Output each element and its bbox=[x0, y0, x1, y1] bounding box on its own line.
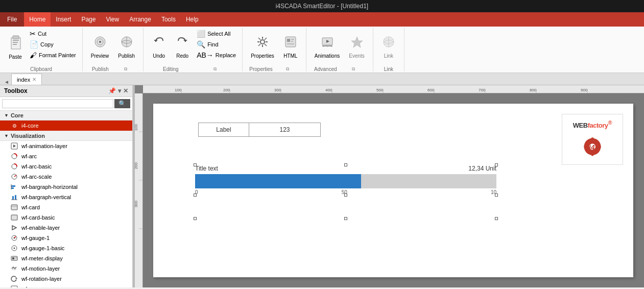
empty-handle-tc[interactable] bbox=[344, 217, 347, 220]
handle-bl[interactable] bbox=[194, 194, 197, 197]
svg-rect-0 bbox=[11, 38, 20, 49]
tab-index[interactable]: index ✕ bbox=[11, 74, 42, 85]
svg-point-12 bbox=[260, 40, 265, 44]
toolbox-item-wf-animation-layer[interactable]: wf-animation-layer bbox=[0, 141, 132, 151]
core-section-arrow: ▼ bbox=[4, 113, 9, 118]
wf-meter-display-label: wf-meter-display bbox=[21, 255, 63, 261]
undo-label: Undo bbox=[153, 53, 165, 59]
svg-text:300: 300 bbox=[135, 200, 138, 207]
svg-text:i4: i4 bbox=[589, 144, 595, 152]
wf-animation-layer-label: wf-animation-layer bbox=[21, 143, 67, 149]
toolbox-item-wf-gauge-1[interactable]: wf-gauge-1 bbox=[0, 233, 132, 243]
redo-button[interactable]: Redo bbox=[171, 29, 194, 65]
properties-group-label: Properties ⧉ bbox=[247, 66, 302, 72]
copy-button[interactable]: 📄 Copy bbox=[28, 39, 78, 50]
bargraph-element[interactable]: Title text 12,34 Unit 0 50 10 bbox=[195, 165, 496, 195]
handle-tc[interactable] bbox=[344, 163, 347, 166]
select-all-icon: ⬜ bbox=[197, 30, 205, 38]
toolbox-item-wf-sensor[interactable]: wf-sensor bbox=[0, 284, 132, 287]
toolbox-search-button[interactable]: 🔍 bbox=[114, 99, 130, 108]
toolbox-menu-icon[interactable]: ▾ bbox=[118, 87, 121, 94]
tab-index-label: index bbox=[17, 77, 30, 83]
svg-text:100: 100 bbox=[175, 88, 182, 92]
empty-handle-tr[interactable] bbox=[495, 217, 498, 220]
bargraph-track[interactable] bbox=[195, 174, 496, 188]
wf-rotation-layer-icon bbox=[10, 275, 18, 283]
properties-button[interactable]: Properties bbox=[247, 29, 278, 65]
canvas-page[interactable]: Label 123 WEBfactory® bbox=[153, 104, 633, 277]
wf-rotation-layer-label: wf-rotation-layer bbox=[21, 276, 62, 282]
toolbox-item-wf-motion-layer[interactable]: wf-motion-layer bbox=[0, 263, 132, 274]
paste-button[interactable]: Paste bbox=[4, 29, 27, 65]
tab-index-close[interactable]: ✕ bbox=[32, 77, 36, 82]
events-button[interactable]: Events bbox=[345, 29, 369, 65]
tab-nav-left[interactable]: ◄ bbox=[2, 79, 11, 85]
toolbox-item-wf-rotation-layer[interactable]: wf-rotation-layer bbox=[0, 274, 132, 284]
ribbon-group-link: Link Link bbox=[373, 28, 404, 71]
html-button[interactable]: HTML bbox=[279, 29, 302, 65]
toolbox-close-icon[interactable]: ✕ bbox=[123, 87, 128, 94]
undo-button[interactable]: Undo bbox=[148, 29, 170, 65]
clipboard-col: ✂ Cut 📄 Copy 🖌 Format Painter bbox=[28, 29, 78, 65]
toolbox-item-wf-bargraph-horizontal[interactable]: wf-bargraph-horizontal bbox=[0, 182, 132, 192]
toolbox-search-input[interactable] bbox=[2, 99, 113, 108]
toolbox-header: Toolbox 📌 ▾ ✕ bbox=[0, 85, 132, 97]
menu-item-page[interactable]: Page bbox=[76, 12, 101, 27]
bargraph-fill bbox=[195, 174, 361, 188]
publish-button[interactable]: Publish bbox=[114, 29, 139, 65]
format-painter-label: Format Painter bbox=[39, 52, 76, 58]
menu-item-arrange[interactable]: Arrange bbox=[124, 12, 156, 27]
preview-label: Preview bbox=[91, 53, 109, 59]
wf-bargraph-horizontal-label: wf-bargraph-horizontal bbox=[21, 184, 78, 190]
find-button[interactable]: 🔍 Find bbox=[195, 39, 238, 50]
handle-bc[interactable] bbox=[344, 194, 347, 197]
svg-text:300: 300 bbox=[274, 88, 281, 92]
svg-marker-10 bbox=[154, 40, 158, 42]
find-icon: 🔍 bbox=[197, 40, 205, 49]
ribbon-group-publish: Preview Publish Publish ⧉ bbox=[83, 28, 144, 71]
toolbox-item-wf-card[interactable]: wf-card bbox=[0, 202, 132, 212]
canvas-background[interactable]: Label 123 WEBfactory® bbox=[143, 93, 644, 287]
ribbon: Paste ✂ Cut 📄 Copy 🖌 Format Painter bbox=[0, 27, 644, 73]
format-painter-button[interactable]: 🖌 Format Painter bbox=[28, 50, 78, 60]
handle-br[interactable] bbox=[495, 194, 498, 197]
handle-tr[interactable] bbox=[495, 163, 498, 166]
empty-element[interactable] bbox=[195, 219, 496, 234]
preview-button[interactable]: Preview bbox=[87, 29, 113, 65]
editing-expand-icon[interactable]: ⧉ bbox=[193, 66, 237, 72]
toolbox-item-wf-arc-basic[interactable]: wf-arc-basic bbox=[0, 161, 132, 172]
toolbox-pin-icon[interactable]: 📌 bbox=[108, 87, 116, 94]
wf-arc-scale-label: wf-arc-scale bbox=[21, 174, 52, 180]
replace-button[interactable]: AB→ Replace bbox=[195, 50, 238, 60]
toolbox-item-i4-core[interactable]: ⚙ i4-core bbox=[0, 121, 132, 131]
handle-tl[interactable] bbox=[194, 163, 197, 166]
menu-item-insert[interactable]: Insert bbox=[51, 12, 76, 27]
toolbox-item-wf-card-basic[interactable]: wf-card-basic bbox=[0, 212, 132, 223]
toolbox-item-wf-arc-scale[interactable]: wf-arc-scale bbox=[0, 172, 132, 182]
menu-item-home[interactable]: Home bbox=[24, 12, 51, 27]
svg-rect-50 bbox=[12, 257, 14, 259]
toolbox-item-wf-meter-display[interactable]: wf-meter-display bbox=[0, 253, 132, 263]
toolbox-item-wf-gauge-1-basic[interactable]: wf-gauge-1-basic bbox=[0, 243, 132, 253]
menu-item-tools[interactable]: Tools bbox=[156, 12, 181, 27]
select-all-button[interactable]: ⬜ Select All bbox=[195, 29, 238, 39]
toolbox-section-visualization-header[interactable]: ▼ Visualization bbox=[0, 131, 132, 141]
toolbox-item-wf-bargraph-vertical[interactable]: wf-bargraph-vertical bbox=[0, 192, 132, 202]
cut-button[interactable]: ✂ Cut bbox=[28, 29, 78, 39]
svg-rect-51 bbox=[15, 257, 17, 258]
link-button[interactable]: Link bbox=[377, 29, 400, 65]
menu-item-file[interactable]: File bbox=[0, 12, 24, 27]
publish-expand-icon[interactable]: ⧉ bbox=[113, 66, 138, 72]
html-icon bbox=[283, 35, 298, 52]
value-element[interactable]: 123 bbox=[249, 123, 321, 137]
advanced-expand-icon[interactable]: ⧉ bbox=[340, 66, 368, 72]
menu-item-view[interactable]: View bbox=[101, 12, 124, 27]
toolbox-item-wf-enable-layer[interactable]: wf-enable-layer bbox=[0, 223, 132, 233]
toolbox-item-wf-arc[interactable]: wf-arc bbox=[0, 151, 132, 161]
toolbox-section-core-header[interactable]: ▼ Core bbox=[0, 111, 132, 121]
animations-button[interactable]: Animations bbox=[311, 29, 344, 65]
empty-handle-tl[interactable] bbox=[194, 217, 197, 220]
properties-expand-icon[interactable]: ⧉ bbox=[274, 66, 301, 72]
label-element[interactable]: Label bbox=[198, 123, 249, 137]
menu-item-help[interactable]: Help bbox=[181, 12, 204, 27]
